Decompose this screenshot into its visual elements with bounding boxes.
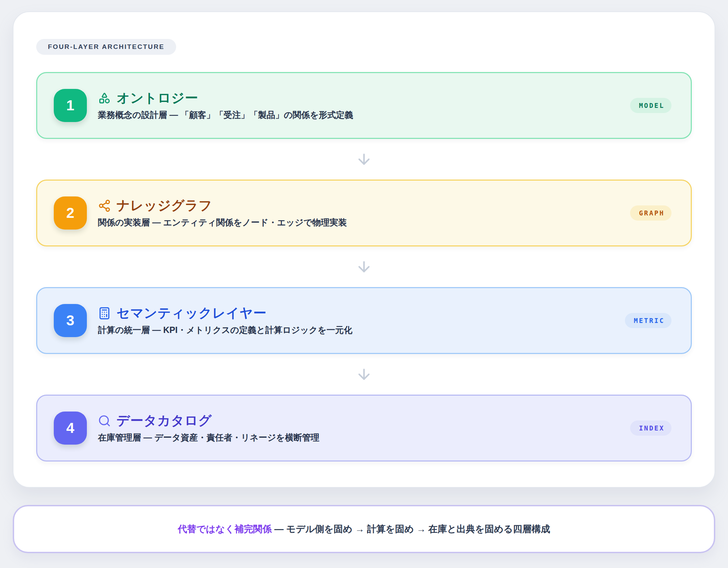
layer-title: セマンティックレイヤー	[117, 306, 266, 321]
layer-subtitle: 関係の実装層 — エンティティ関係をノード・エッジで物理実装	[98, 217, 619, 228]
layer-content: セマンティックレイヤー 計算の統一層 — KPI・メトリクスの定義と計算ロジック…	[98, 306, 614, 335]
flow-arrow-row	[36, 246, 692, 287]
footer-rest: — モデル側を固め → 計算を固め → 在庫と出典を固める四層構成	[272, 524, 550, 534]
shapes-icon	[98, 92, 111, 105]
layer-tag-badge: GRAPH	[630, 205, 671, 221]
footer-text: 代替ではなく補完関係 — モデル側を固め → 計算を固め → 在庫と出典を固める…	[28, 524, 700, 535]
layer-title: ナレッジグラフ	[117, 198, 212, 213]
layer-number-badge: 2	[54, 196, 87, 230]
share-network-icon	[98, 199, 111, 212]
layer-title: オントロジー	[117, 91, 198, 106]
layer-tag-badge: METRIC	[625, 313, 671, 328]
layer-title-row: データカタログ	[98, 413, 619, 428]
section-label: FOUR-LAYER ARCHITECTURE	[36, 39, 176, 55]
flow-arrow-row	[36, 139, 692, 180]
layer-card-semantic-layer: 3 セマンティックレイヤー 計算の統一層 — KPI・メトリクスの定義と計算ロジ…	[36, 287, 692, 354]
calculator-icon	[98, 307, 111, 320]
layer-title: データカタログ	[117, 413, 212, 428]
layer-subtitle: 計算の統一層 — KPI・メトリクスの定義と計算ロジックを一元化	[98, 324, 614, 336]
layer-content: オントロジー 業務概念の設計層 — 「顧客」「受注」「製品」の関係を形式定義	[98, 91, 619, 120]
architecture-panel: FOUR-LAYER ARCHITECTURE 1 オントロジー 業務概念の設計…	[13, 11, 715, 488]
layer-card-data-catalog: 4 データカタログ 在庫管理層 — データ資産・責任者・リネージを横断管理 IN…	[36, 395, 692, 462]
search-icon	[98, 414, 111, 427]
layer-content: ナレッジグラフ 関係の実装層 — エンティティ関係をノード・エッジで物理実装	[98, 198, 619, 228]
layer-tag-badge: MODEL	[630, 98, 671, 113]
layer-title-row: ナレッジグラフ	[98, 198, 619, 213]
flow-arrow-row	[36, 354, 692, 395]
layer-subtitle: 業務概念の設計層 — 「顧客」「受注」「製品」の関係を形式定義	[98, 109, 619, 121]
arrow-down-icon	[356, 151, 372, 168]
footer-note: 代替ではなく補完関係 — モデル側を固め → 計算を固め → 在庫と出典を固める…	[13, 505, 715, 553]
layer-title-row: オントロジー	[98, 91, 619, 106]
arrow-down-icon	[356, 366, 372, 383]
layer-card-ontology: 1 オントロジー 業務概念の設計層 — 「顧客」「受注」「製品」の関係を形式定義…	[36, 72, 692, 139]
layer-subtitle: 在庫管理層 — データ資産・責任者・リネージを横断管理	[98, 432, 619, 443]
layer-title-row: セマンティックレイヤー	[98, 306, 614, 321]
layer-content: データカタログ 在庫管理層 — データ資産・責任者・リネージを横断管理	[98, 413, 619, 443]
section-label-row: FOUR-LAYER ARCHITECTURE	[36, 39, 692, 55]
footer-highlight: 代替ではなく補完関係	[178, 524, 272, 534]
layer-number-badge: 1	[54, 89, 87, 122]
layer-tag-badge: INDEX	[630, 420, 671, 436]
layer-number-badge: 4	[54, 412, 87, 445]
layer-card-knowledge-graph: 2 ナレッジグラフ 関係の実装層 — エンティティ関係をノード・エッジで物理実装…	[36, 180, 692, 246]
layer-number-badge: 3	[54, 304, 87, 337]
arrow-down-icon	[356, 258, 372, 275]
